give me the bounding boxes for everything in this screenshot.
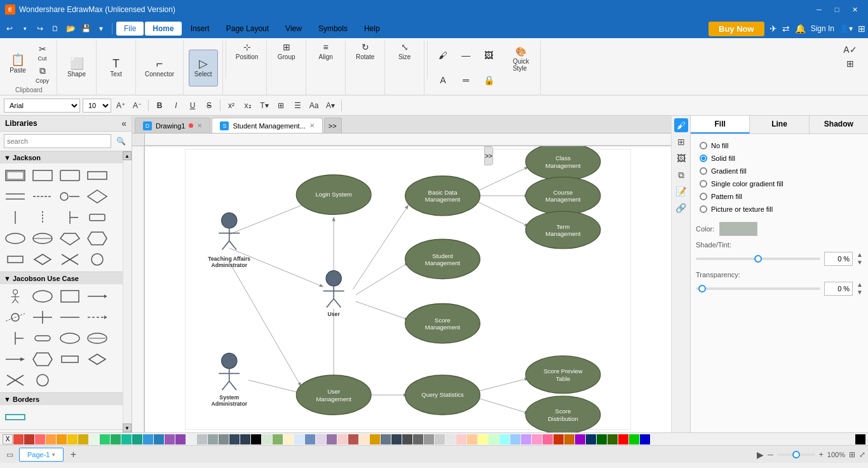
format-button[interactable]: ⊞ [837, 57, 863, 70]
solid-fill-option[interactable]: Solid fill [696, 152, 863, 165]
spellcheck-button[interactable]: A✓ [837, 43, 863, 56]
color-10[interactable] [359, 434, 369, 444]
shape-actor[interactable] [3, 287, 28, 306]
share-icon[interactable]: ⇄ [782, 24, 790, 34]
color-21[interactable] [478, 434, 488, 444]
underline-button[interactable]: U [186, 99, 200, 113]
save-button[interactable]: 💾 [79, 22, 93, 36]
layers-panel-icon[interactable]: ⧉ [674, 168, 688, 182]
play-button[interactable]: ▶ [757, 450, 764, 460]
color-orange[interactable] [46, 434, 56, 444]
bold-button[interactable]: B [153, 99, 166, 113]
tab-drawing1[interactable]: D Drawing1 ✕ [135, 118, 210, 133]
color-3[interactable] [283, 434, 294, 444]
menu-view[interactable]: View [278, 22, 309, 36]
menu-home[interactable]: Home [145, 22, 181, 36]
color-31[interactable] [586, 434, 596, 444]
shape-use-case-ellipse[interactable] [30, 287, 55, 306]
send-icon[interactable]: ✈ [770, 24, 777, 34]
color-dark-purple[interactable] [175, 434, 186, 444]
color-35[interactable] [629, 434, 639, 444]
right-panel-collapse[interactable]: >> [484, 146, 493, 165]
font-color-button2[interactable]: A▾ [323, 99, 337, 113]
drawing-canvas[interactable]: Teaching Affairs Administrator User [145, 146, 671, 432]
redo-button[interactable]: ↪ [33, 22, 47, 36]
color-36[interactable] [640, 434, 650, 444]
shape-ellipse-sm[interactable] [57, 329, 83, 348]
list-button[interactable]: ☰ [290, 99, 304, 113]
color-12[interactable] [381, 434, 391, 444]
italic-button[interactable]: I [169, 99, 183, 113]
shape-rect-small[interactable] [57, 350, 83, 369]
strikethrough-button[interactable]: S [202, 99, 216, 113]
decrease-font-button[interactable]: A⁻ [130, 99, 144, 113]
color-24[interactable] [510, 434, 520, 444]
connector-button[interactable]: ⌐ Connector [140, 50, 179, 86]
shade-up[interactable]: ▲ [857, 251, 863, 258]
font-family-select[interactable]: Arial [4, 99, 80, 113]
color-blue[interactable] [143, 434, 153, 444]
open-button[interactable]: 📂 [64, 22, 78, 36]
color-30[interactable] [575, 434, 585, 444]
page-dropdown[interactable]: ▾ [52, 451, 55, 458]
shape-extend[interactable] [30, 308, 55, 327]
shape-line-sm[interactable] [57, 308, 83, 327]
color-green[interactable] [100, 434, 110, 444]
shape-rect-plain[interactable] [85, 166, 110, 185]
shape-small-circle[interactable] [57, 187, 83, 206]
fill-color-button[interactable]: 🖌 [433, 49, 453, 62]
border-shape-1[interactable] [3, 408, 28, 427]
group-button[interactable]: ⊞ Group [274, 41, 299, 62]
page-tab-1[interactable]: Page-1 ▾ [19, 448, 64, 462]
page-view-toggle[interactable]: ▭ [3, 448, 17, 462]
undo-button[interactable]: ↩ [3, 22, 17, 36]
shape-include[interactable] [3, 308, 28, 327]
fullscreen-button[interactable]: ⤢ [859, 450, 865, 459]
shade-down[interactable]: ▼ [857, 259, 863, 266]
rotate-button[interactable]: ↻ Rotate [352, 41, 378, 62]
shape-ellipse-fill[interactable] [3, 229, 28, 248]
shape-bracket-sm[interactable] [3, 329, 28, 348]
search-button[interactable]: 🔍 [114, 134, 128, 148]
line-width-button[interactable]: ═ [456, 74, 476, 86]
shape-circle-open[interactable] [30, 371, 55, 390]
shape-rect-outline[interactable] [57, 166, 83, 185]
shape-button[interactable]: ⬜ Shape [62, 50, 91, 86]
indent-button[interactable]: ⊞ [274, 99, 288, 113]
color-light-gray[interactable] [197, 434, 207, 444]
color-16[interactable] [424, 434, 434, 444]
transparency-up[interactable]: ▲ [857, 281, 863, 288]
add-page-button[interactable]: + [66, 448, 80, 462]
subscript-button[interactable]: x₂ [241, 99, 255, 113]
pattern-fill-option[interactable]: Pattern fill [696, 190, 863, 203]
line-style-button[interactable]: — [456, 49, 476, 62]
borders-header[interactable]: ▼ Borders ✕ [0, 393, 132, 405]
transparency-down[interactable]: ▼ [857, 289, 863, 296]
shape-hexagon[interactable] [85, 229, 110, 248]
font-size-select[interactable]: 10 [83, 99, 111, 113]
gradient-fill-option[interactable]: Gradient fill [696, 165, 863, 177]
color-8[interactable] [337, 434, 348, 444]
image-button[interactable]: 🖼 [478, 49, 499, 62]
jacobson-header[interactable]: ▼ Jacobson Use Case ✕ [0, 272, 132, 284]
color-9[interactable] [348, 434, 358, 444]
color-25[interactable] [521, 434, 531, 444]
color-dark-green[interactable] [111, 434, 121, 444]
color-5[interactable] [305, 434, 315, 444]
tab-line[interactable]: Line [750, 116, 809, 134]
shade-slider[interactable] [696, 258, 820, 260]
color-black[interactable] [251, 434, 261, 444]
color-yellow-orange[interactable] [57, 434, 67, 444]
apps-icon[interactable]: ⊞ [858, 24, 865, 34]
maximize-button[interactable]: □ [829, 3, 845, 16]
notes-panel-icon[interactable]: 📝 [674, 184, 688, 198]
shape-diamond-small[interactable] [85, 350, 110, 369]
close-button[interactable]: ✕ [846, 3, 863, 16]
color-32[interactable] [597, 434, 607, 444]
shape-ellipse-outline[interactable] [30, 229, 55, 248]
color-gray[interactable] [208, 434, 218, 444]
sign-in-button[interactable]: Sign In [811, 24, 834, 33]
align-button[interactable]: ≡ Align [313, 41, 339, 62]
image-panel-icon[interactable]: 🖼 [674, 151, 688, 165]
buy-now-button[interactable]: Buy Now [709, 22, 764, 36]
